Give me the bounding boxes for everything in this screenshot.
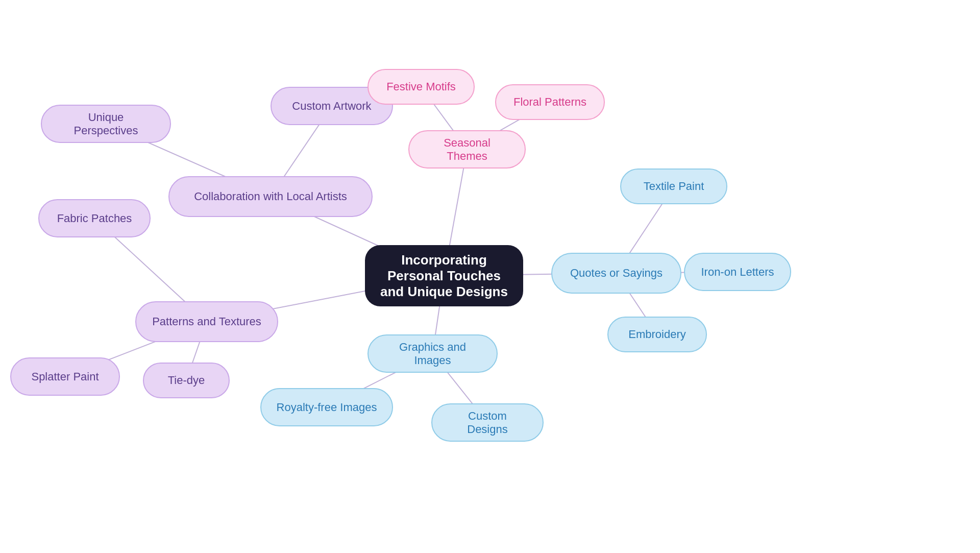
node-quotes-sayings[interactable]: Quotes or Sayings — [551, 253, 681, 294]
node-seasonal-themes[interactable]: Seasonal Themes — [408, 130, 526, 169]
node-festive-motifs[interactable]: Festive Motifs — [368, 69, 475, 105]
node-custom-designs[interactable]: Custom Designs — [431, 403, 544, 442]
node-fabric-patches[interactable]: Fabric Patches — [38, 199, 151, 237]
node-floral-patterns[interactable]: Floral Patterns — [495, 84, 605, 120]
node-patterns-textures[interactable]: Patterns and Textures — [135, 301, 278, 342]
node-royalty-free[interactable]: Royalty-free Images — [260, 388, 393, 426]
node-collab-local-artists[interactable]: Collaboration with Local Artists — [168, 176, 373, 217]
node-splatter-paint[interactable]: Splatter Paint — [10, 357, 120, 396]
node-tie-dye[interactable]: Tie-dye — [143, 363, 230, 398]
node-unique-perspectives[interactable]: Unique Perspectives — [41, 105, 171, 143]
node-embroidery[interactable]: Embroidery — [607, 317, 707, 352]
node-iron-on-letters[interactable]: Iron-on Letters — [684, 253, 791, 291]
mindmap-container: Incorporating Personal Touches and Uniqu… — [0, 0, 980, 553]
node-graphics-images[interactable]: Graphics and Images — [368, 334, 498, 373]
node-textile-paint[interactable]: Textile Paint — [620, 169, 727, 204]
node-center[interactable]: Incorporating Personal Touches and Uniqu… — [365, 245, 523, 306]
